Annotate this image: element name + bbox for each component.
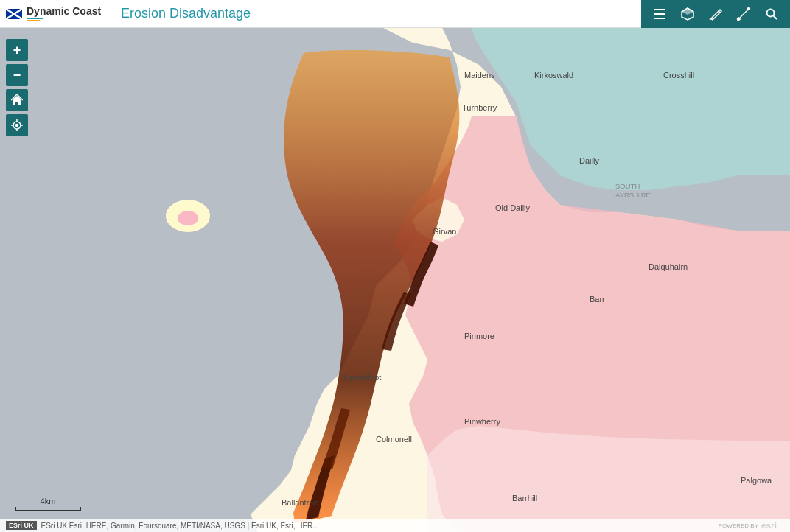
svg-text:Pinwherry: Pinwherry [464, 417, 500, 426]
basemap-button[interactable] [675, 1, 700, 27]
logo-text: Dynamic Coast [27, 6, 101, 16]
svg-point-10 [767, 9, 775, 16]
svg-text:Ballantrae: Ballantrae [282, 498, 318, 507]
attribution-text: ESri UK Esri, HERE, Garmin, Foursquare, … [41, 522, 319, 530]
svg-text:Dalquhairn: Dalquhairn [649, 262, 688, 271]
scale-bar: 4km [15, 497, 81, 511]
locate-button[interactable] [6, 114, 28, 136]
draw-button[interactable] [703, 1, 728, 27]
search-button[interactable] [759, 1, 784, 27]
header-toolbar [641, 0, 790, 28]
svg-text:esri: esri [761, 520, 777, 530]
svg-text:Girvan: Girvan [433, 227, 456, 236]
svg-point-13 [178, 211, 198, 225]
svg-text:Old Dailly: Old Dailly [495, 203, 531, 212]
zoom-in-button[interactable]: + [6, 39, 28, 61]
svg-text:Crosshill: Crosshill [663, 71, 694, 80]
svg-text:Barrhill: Barrhill [512, 494, 537, 503]
scale-line [15, 507, 81, 511]
svg-text:Colmonell: Colmonell [376, 435, 412, 444]
home-button[interactable] [6, 89, 28, 111]
svg-marker-7 [682, 8, 693, 15]
svg-line-11 [774, 15, 777, 19]
svg-point-9 [738, 18, 740, 20]
logo-area: Dynamic Coast [0, 6, 118, 21]
svg-text:Pinmore: Pinmore [464, 332, 494, 340]
header: Dynamic Coast Erosion Disadvantage [0, 0, 790, 28]
page-title: Erosion Disadvantage [118, 6, 251, 21]
esri-logo-dark: ESri UK [6, 521, 37, 530]
svg-text:Lendalfoot: Lendalfoot [343, 373, 381, 382]
svg-rect-5 [654, 18, 665, 19]
svg-rect-4 [654, 13, 665, 15]
svg-text:Maidens: Maidens [464, 71, 495, 80]
zoom-out-button[interactable]: − [6, 64, 28, 86]
svg-text:Palgowa: Palgowa [741, 476, 772, 485]
measure-button[interactable] [731, 1, 756, 27]
attribution: ESri UK ESri UK Esri, HERE, Garmin, Four… [0, 519, 790, 532]
esri-badge: POWERED BY esri [719, 520, 784, 531]
map-svg: Maidens Kirkoswald Crosshill Turnberry D… [0, 28, 790, 532]
svg-text:Dailly: Dailly [579, 156, 599, 165]
svg-text:Turnberry: Turnberry [462, 103, 497, 112]
svg-text:Kirkoswald: Kirkoswald [534, 71, 573, 80]
svg-rect-3 [654, 9, 665, 10]
scotland-flag-icon [6, 9, 22, 19]
svg-text:AYRSHIRE: AYRSHIRE [615, 191, 651, 199]
map[interactable]: Maidens Kirkoswald Crosshill Turnberry D… [0, 28, 790, 532]
svg-text:SOUTH: SOUTH [615, 182, 640, 190]
svg-text:Barr: Barr [590, 295, 605, 304]
svg-point-8 [748, 7, 750, 10]
scale-label: 4km [41, 497, 56, 505]
layers-button[interactable] [647, 1, 672, 27]
map-controls: + − [6, 39, 28, 136]
svg-point-33 [16, 125, 18, 127]
